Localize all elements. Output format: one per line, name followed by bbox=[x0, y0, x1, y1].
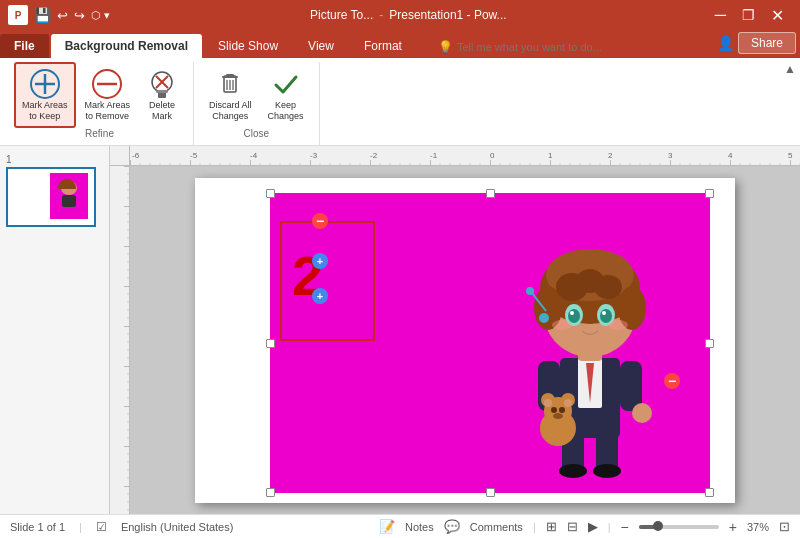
svg-point-60 bbox=[594, 275, 622, 299]
selection-handle-tr[interactable] bbox=[705, 189, 714, 198]
svg-rect-11 bbox=[222, 76, 238, 78]
view-reading-btn[interactable]: ▶ bbox=[588, 519, 598, 534]
delete-mark-icon bbox=[146, 68, 178, 100]
slide-count: Slide 1 of 1 bbox=[10, 521, 65, 533]
close-btn[interactable]: ✕ bbox=[763, 6, 792, 25]
mark-areas-to-keep-button[interactable]: Mark Areasto Keep bbox=[14, 62, 76, 128]
comments-icon: 💬 bbox=[444, 519, 460, 534]
quick-save[interactable]: 💾 bbox=[34, 7, 51, 23]
selection-handle-bl[interactable] bbox=[266, 488, 275, 497]
selection-handle-bm[interactable] bbox=[486, 488, 495, 497]
mark-remove-icon bbox=[91, 68, 123, 100]
svg-text:-1: -1 bbox=[430, 151, 438, 160]
svg-text:-2: -2 bbox=[370, 151, 378, 160]
workspace: 1 bbox=[0, 146, 800, 514]
tab-slide-show[interactable]: Slide Show bbox=[204, 34, 292, 58]
image-container[interactable]: 2 + + − − bbox=[270, 193, 710, 493]
slide-content[interactable]: 2 + + − − bbox=[195, 178, 735, 503]
selection-handle-mr[interactable] bbox=[705, 339, 714, 348]
language-label[interactable]: English (United States) bbox=[121, 521, 234, 533]
view-normal-btn[interactable]: ⊞ bbox=[546, 519, 557, 534]
svg-text:1: 1 bbox=[548, 151, 553, 160]
zoom-slider[interactable] bbox=[639, 525, 719, 529]
quick-redo[interactable]: ↪ bbox=[74, 8, 85, 23]
title-bar: P 💾 ↩ ↪ ⬡ ▾ Picture To... - Presentation… bbox=[0, 0, 800, 30]
mark-keep-icon bbox=[29, 68, 61, 100]
keep-label: KeepChanges bbox=[268, 100, 304, 122]
status-right: 📝 Notes 💬 Comments | ⊞ ⊟ ▶ | − + 37% ⊡ bbox=[379, 519, 790, 535]
discard-icon bbox=[214, 68, 246, 100]
ribbon-search-input[interactable] bbox=[457, 41, 637, 53]
zoom-level: 37% bbox=[747, 521, 769, 533]
mark-keep-label: Mark Areasto Keep bbox=[22, 100, 68, 122]
svg-point-45 bbox=[559, 464, 587, 478]
slide-panel: 1 bbox=[0, 146, 110, 514]
slide-thumbnail-1[interactable] bbox=[6, 167, 96, 227]
zoom-thumb[interactable] bbox=[653, 521, 663, 531]
restore-btn[interactable]: ❐ bbox=[734, 7, 763, 23]
svg-rect-12 bbox=[226, 74, 234, 76]
app-title: Presentation1 - Pow... bbox=[389, 8, 506, 22]
tab-file[interactable]: File bbox=[0, 34, 49, 58]
ribbon-collapse-btn[interactable]: ▲ bbox=[784, 62, 796, 76]
mark-areas-to-remove-button[interactable]: Mark Areasto Remove bbox=[78, 63, 138, 127]
app-icon: P bbox=[8, 5, 28, 25]
svg-text:-5: -5 bbox=[190, 151, 198, 160]
quick-customize[interactable]: ⬡ ▾ bbox=[91, 9, 110, 22]
keep-changes-button[interactable]: KeepChanges bbox=[261, 63, 311, 127]
fit-btn[interactable]: ⊡ bbox=[779, 519, 790, 534]
slide-item-1[interactable]: 1 bbox=[6, 154, 103, 227]
ribbon-content: Mark Areasto Keep Mark Areasto Remove bbox=[0, 58, 800, 146]
svg-point-80 bbox=[564, 399, 572, 407]
selection-handle-ml[interactable] bbox=[266, 339, 275, 348]
tab-view[interactable]: View bbox=[294, 34, 348, 58]
delete-mark-button[interactable]: DeleteMark bbox=[139, 63, 185, 127]
red-selection-box[interactable]: + + − bbox=[280, 221, 375, 341]
svg-point-46 bbox=[593, 464, 621, 478]
plus-marker-2[interactable]: + bbox=[312, 288, 328, 304]
svg-point-79 bbox=[544, 399, 552, 407]
ribbon-group-close: Discard AllChanges KeepChanges Close bbox=[194, 62, 320, 145]
mark-remove-label: Mark Areasto Remove bbox=[85, 100, 131, 122]
svg-point-63 bbox=[568, 309, 580, 323]
zoom-in-btn[interactable]: + bbox=[729, 519, 737, 535]
share-button[interactable]: Share bbox=[738, 32, 796, 54]
svg-text:4: 4 bbox=[728, 151, 733, 160]
discard-label: Discard AllChanges bbox=[209, 100, 252, 122]
accessibility-icon[interactable]: ☑ bbox=[96, 520, 107, 534]
svg-rect-41 bbox=[110, 166, 130, 514]
tab-format[interactable]: Format bbox=[350, 34, 416, 58]
svg-rect-22 bbox=[130, 146, 800, 166]
selection-handle-br[interactable] bbox=[705, 488, 714, 497]
minimize-btn[interactable]: ─ bbox=[707, 6, 734, 24]
svg-point-66 bbox=[602, 311, 606, 315]
svg-rect-9 bbox=[156, 90, 168, 93]
svg-text:5: 5 bbox=[788, 151, 793, 160]
search-icon: 💡 bbox=[438, 40, 453, 54]
refine-group-label: Refine bbox=[14, 128, 185, 141]
notes-btn[interactable]: Notes bbox=[405, 521, 434, 533]
doc-title: Picture To... bbox=[310, 8, 373, 22]
status-separator-1: | bbox=[79, 521, 82, 533]
view-slide-btn[interactable]: ⊟ bbox=[567, 519, 578, 534]
ruler-left bbox=[110, 166, 130, 514]
quick-undo[interactable]: ↩ bbox=[57, 8, 68, 23]
ruler-corner bbox=[110, 146, 130, 166]
svg-point-64 bbox=[600, 309, 612, 323]
zoom-out-btn[interactable]: − bbox=[621, 519, 629, 535]
svg-text:-6: -6 bbox=[132, 151, 140, 160]
ruler-top: -6 -5 -4 -3 -2 -1 0 1 2 3 4 5 6 bbox=[130, 146, 800, 166]
svg-text:-4: -4 bbox=[250, 151, 258, 160]
comments-btn[interactable]: Comments bbox=[470, 521, 523, 533]
selection-handle-tm[interactable] bbox=[486, 189, 495, 198]
plus-marker-1[interactable]: + bbox=[312, 253, 328, 269]
svg-point-68 bbox=[608, 320, 628, 330]
slide-canvas: 2 + + − − bbox=[130, 166, 800, 514]
svg-text:2: 2 bbox=[608, 151, 613, 160]
discard-changes-button[interactable]: Discard AllChanges bbox=[202, 63, 259, 127]
svg-point-69 bbox=[539, 313, 549, 323]
slide-number-1: 1 bbox=[6, 154, 103, 165]
minus-marker-1[interactable]: − bbox=[312, 213, 328, 229]
selection-handle-tl[interactable] bbox=[266, 189, 275, 198]
tab-background-removal[interactable]: Background Removal bbox=[51, 34, 202, 58]
